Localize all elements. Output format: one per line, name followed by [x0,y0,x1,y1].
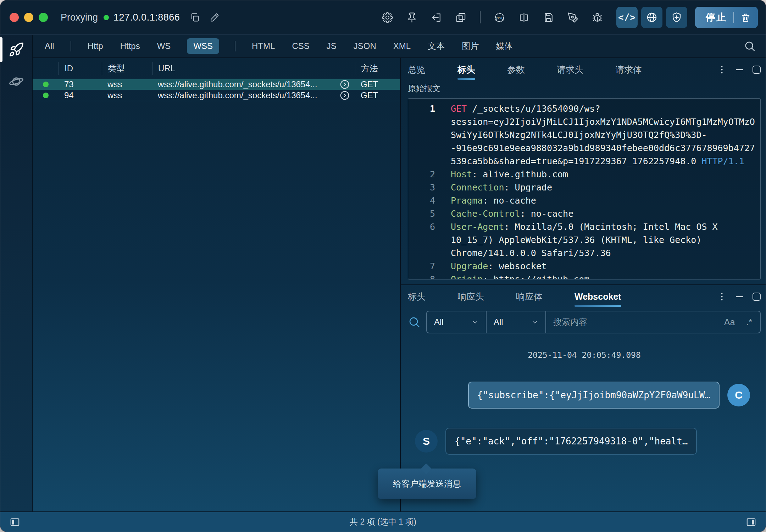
toolbar-nat-button[interactable]: NAT [494,12,505,23]
filter-tab-JSON[interactable]: JSON [353,38,377,54]
request-tab-参数[interactable]: 参数 [507,58,525,81]
column-header-method[interactable]: 方法 [355,62,400,75]
response-tab-响应体[interactable]: 响应体 [516,285,543,308]
line-number [408,115,435,128]
toolbar-code-button[interactable]: </> [616,7,638,28]
sidebar-item-planet[interactable] [0,67,32,96]
filter-tab-文本[interactable]: 文本 [427,38,445,55]
toolbar-bug-button[interactable] [592,12,603,23]
table-row[interactable]: 94wsswss://alive.github.com/_sockets/u/1… [33,90,400,101]
toggle-right-panel-icon[interactable] [746,517,756,527]
filter-tab-WS[interactable]: WS [156,38,172,54]
status-cell [33,82,59,87]
filter-tab-媒体[interactable]: 媒体 [495,38,514,55]
code-segment: Host [451,169,472,179]
filter-tab-Http[interactable]: Http [87,38,104,54]
client-message-bubble[interactable]: {"subscribe":{"eyJjIjoibm90aWZpY2F0aW9uL… [468,382,720,409]
window-body: AllHttpHttpsWSWSSHTMLCSSJSJSONXML文本图片媒体 … [0,35,766,511]
toolbar-windows-button[interactable] [455,12,466,23]
server-avatar[interactable]: S [415,430,438,453]
line-text: -916e9c691e9eea988032a9b1d989340febee00d… [435,142,755,155]
request-tab-请求头[interactable]: 请求头 [557,58,583,81]
code-segment: GET [451,104,472,114]
code-line: -916e9c691e9eea988032a9b1d989340febee00d… [408,142,760,155]
code-block[interactable]: 1GET /_sockets/u/13654090/ws?session=eyJ… [408,98,761,279]
zoom-button[interactable] [39,13,48,22]
code-line: 5Cache-Control: no-cache [408,207,760,220]
kebab-menu-icon[interactable] [717,292,727,301]
pen-icon [567,12,578,23]
toolbar-mirror-button[interactable] [518,12,529,23]
trash-icon[interactable] [740,12,751,23]
detail-arrow-icon[interactable] [339,79,350,90]
response-panel: 标头响应头响应体Webscoket All [401,285,766,511]
scope-select-1[interactable]: All [427,311,487,333]
column-header-type[interactable]: 类型 [102,62,152,75]
kebab-menu-icon[interactable] [717,65,727,74]
request-tab-总览[interactable]: 总览 [408,58,426,81]
response-tab-响应头[interactable]: 响应头 [457,285,484,308]
line-text: 10_15_7) AppleWebKit/537.36 (KHTML, like… [435,233,701,246]
url-text: wss://alive.github.com/_sockets/u/13654.… [158,90,317,100]
line-number [408,155,435,168]
server-message-bubble[interactable]: {"e":"ack","off":"1762257949318-0","heal… [445,428,697,455]
toolbar-globe-button[interactable] [641,7,662,28]
expand-panel-icon[interactable] [753,66,761,74]
line-number: 8 [408,273,435,279]
filter-tab-XML[interactable]: XML [393,38,411,54]
scope-select-2[interactable]: All [487,311,546,333]
table-row[interactable]: 73wsswss://alive.github.com/_sockets/u/1… [33,79,400,90]
toolbar-shield-plus-button[interactable] [666,7,687,28]
toggle-left-panel-icon[interactable] [10,517,20,527]
proxy-running-dot [104,15,109,20]
match-case-toggle[interactable]: Aa [724,317,735,327]
column-header-url[interactable]: URL [152,62,355,75]
column-header-id[interactable]: ID [59,62,102,75]
filter-tab-Https[interactable]: Https [120,38,141,54]
collapse-panel-icon[interactable] [736,69,743,70]
close-button[interactable] [10,13,19,22]
app-status-title: Proxying [61,12,98,23]
search-input[interactable] [546,317,724,327]
request-tab-标头[interactable]: 标头 [457,58,475,81]
settings-icon [382,12,393,23]
line-text: Host: alive.github.com [435,168,568,181]
copy-address-icon[interactable] [190,12,200,22]
toolbar-pen-button[interactable] [567,12,578,23]
client-avatar[interactable]: C [727,384,750,406]
filter-tab-图片[interactable]: 图片 [461,38,479,55]
response-tab-Webscoket[interactable]: Webscoket [574,285,621,308]
toolbar-settings-button[interactable] [382,12,393,23]
filter-tab-WSS[interactable]: WSS [187,38,219,54]
edit-address-icon[interactable] [210,12,220,22]
code-line: 4Pragma: no-cache [408,194,760,207]
response-tab-标头[interactable]: 标头 [408,285,426,308]
save-icon [543,12,554,23]
globe-icon [646,12,657,23]
search-icon[interactable] [744,40,756,52]
request-tab-请求体[interactable]: 请求体 [615,58,642,81]
url-text: wss://alive.github.com/_sockets/u/13654.… [158,79,317,89]
filter-tab-All[interactable]: All [44,38,55,54]
filter-tab-HTML[interactable]: HTML [251,38,276,54]
code-line: 6User-Agent: Mozilla/5.0 (Macintosh; Int… [408,220,760,233]
filter-tab-CSS[interactable]: CSS [291,38,310,54]
sidebar-item-rocket[interactable] [0,35,32,64]
stop-button[interactable]: 停止 [695,7,758,28]
code-line: Chrome/141.0.0.0 Safari/537.36 [408,246,760,260]
code-icon: </> [618,12,636,23]
collapse-panel-icon[interactable] [736,296,743,297]
filter-tab-JS[interactable]: JS [326,38,337,54]
search-icon[interactable] [408,316,421,328]
detail-arrow-icon[interactable] [339,90,350,101]
toolbar-save-button[interactable] [543,12,554,23]
minimize-button[interactable] [24,13,33,22]
expand-panel-icon[interactable] [753,293,761,301]
search-options: Aa .* [724,317,760,327]
message-timestamp: 2025-11-04 20:05:49.098 [408,350,761,360]
app-window: Proxying 127.0.0.1:8866 NAT </> 停止 AllHt… [0,0,766,532]
toolbar-import-button[interactable] [431,12,442,23]
message-search-row: All All Aa .* [408,311,761,333]
toolbar-pin-button[interactable] [406,12,417,23]
regex-toggle[interactable]: .* [746,317,752,327]
